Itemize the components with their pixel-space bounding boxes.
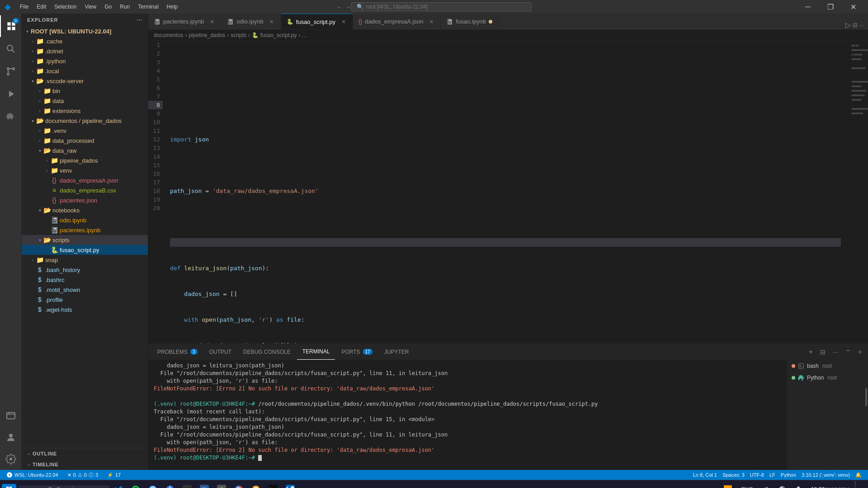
search-bar[interactable]: 🔍 <box>351 2 532 11</box>
show-desktop-button[interactable] <box>855 480 863 488</box>
tree-item-vscode-server[interactable]: ▾ 📂 .vscode-server <box>22 76 148 86</box>
activity-accounts[interactable] <box>0 427 22 448</box>
tree-item-odio-ipynb[interactable]: 📓 odio.ipynb <box>22 215 148 225</box>
activity-search[interactable] <box>0 38 22 60</box>
tree-item-profile[interactable]: $ .profile <box>22 295 148 305</box>
tree-item-data-raw[interactable]: ▾ 📂 data_raw <box>22 145 148 155</box>
panel-tab-problems[interactable]: PROBLEMS 3 <box>152 344 203 360</box>
tree-item-pacientes-json[interactable]: {} pacientes.json <box>22 195 148 205</box>
timeline-header[interactable]: › TIMELINE <box>22 459 148 470</box>
nav-forward-button[interactable]: → <box>345 4 351 10</box>
taskbar-browser1[interactable] <box>162 483 178 488</box>
encoding-status[interactable]: UTF-8 <box>747 470 767 480</box>
breadcrumb-symbol[interactable]: ... <box>302 32 307 38</box>
tab-odio[interactable]: 📓 odio.ipynb × <box>222 14 281 29</box>
systray-speaker[interactable] <box>759 484 773 488</box>
tree-item-cache[interactable]: › 📁 .cache <box>22 36 148 46</box>
taskbar-terminal[interactable] <box>265 483 281 488</box>
taskbar-chrome[interactable] <box>231 483 247 488</box>
search-input[interactable] <box>366 4 520 10</box>
activity-run-debug[interactable] <box>0 83 22 105</box>
systray-network[interactable] <box>775 484 789 488</box>
breadcrumb-filename[interactable]: fusao_script.py <box>260 32 297 38</box>
panel-tab-output[interactable]: OUTPUT <box>204 344 237 360</box>
menu-run[interactable]: Run <box>116 3 133 11</box>
activity-explorer[interactable]: 3 <box>0 15 22 37</box>
tab-close-dados[interactable]: × <box>428 18 435 25</box>
restore-button[interactable]: ❐ <box>820 0 841 14</box>
taskbar-vscode-taskbar[interactable] <box>282 483 298 488</box>
maximize-panel-button[interactable]: ⌃ <box>843 347 854 357</box>
terminal-instance-bash[interactable]: bash root <box>787 360 868 372</box>
sidebar-more-actions[interactable]: ··· <box>137 17 142 23</box>
activity-remote-explorer[interactable] <box>0 405 22 427</box>
panel-tab-debug[interactable]: DEBUG CONSOLE <box>238 344 296 360</box>
tree-item-motd-shown[interactable]: $ .motd_shown <box>22 285 148 295</box>
menu-view[interactable]: View <box>81 3 100 11</box>
taskbar-chrome-canary[interactable] <box>248 483 264 488</box>
menu-file[interactable]: File <box>16 3 32 11</box>
tree-item-wget-hsts[interactable]: $ .wget-hsts <box>22 305 148 314</box>
taskbar-word[interactable]: W <box>196 483 212 488</box>
liveshare-status[interactable]: ⚡ 17 <box>104 470 123 480</box>
breadcrumb-scripts[interactable]: scripts <box>231 32 246 38</box>
tab-close-fusao[interactable]: × <box>340 18 347 25</box>
split-editor-button[interactable]: ⊟ <box>853 22 858 28</box>
activity-settings[interactable] <box>0 448 22 470</box>
menu-go[interactable]: Go <box>101 3 115 11</box>
tree-root[interactable]: ▾ ROOT [WSL: UBUNTU-22.04] <box>22 26 148 36</box>
terminal-content[interactable]: dados_json = leitura_json(path_json) Fil… <box>148 360 787 470</box>
tree-item-pacientes-ipynb[interactable]: 📓 pacientes.ipynb <box>22 225 148 235</box>
tree-item-snap[interactable]: › 📁 snap <box>22 255 148 265</box>
menu-help[interactable]: Help <box>163 3 182 11</box>
activity-source-control[interactable] <box>0 61 22 82</box>
split-terminal-button[interactable]: ⊟ <box>817 347 828 357</box>
code-content[interactable]: import json path_json = 'data_raw/dados_… <box>166 41 841 343</box>
tab-dados-empresa-a[interactable]: {} dados_empresaA.json × <box>353 14 441 29</box>
tree-item-bin[interactable]: › 📁 bin <box>22 86 148 96</box>
tree-item-scripts[interactable]: ▾ 📂 scripts <box>22 235 148 245</box>
taskbar-steam[interactable] <box>145 483 161 488</box>
systray-item1[interactable]: 🔼 <box>720 483 736 488</box>
panel-tab-ports[interactable]: PORTS 17 <box>336 344 377 360</box>
tree-item-dados-empresa-a[interactable]: {} dados_empresaA.json <box>22 175 148 185</box>
start-button[interactable] <box>2 484 16 488</box>
tree-item-data-processed[interactable]: › 📁 data_processed <box>22 136 148 145</box>
tree-item-pipeine-dados[interactable]: › 📁 pipeine_dados <box>22 155 148 165</box>
panel-tab-jupyter[interactable]: JUPYTER <box>379 344 415 360</box>
more-actions-button[interactable]: ··· <box>859 22 864 28</box>
spaces-status[interactable]: Spaces: 3 <box>720 470 747 480</box>
python-version-status[interactable]: 3.10.12 ('.venv': venv) <box>799 470 853 480</box>
taskbar-vscode[interactable] <box>110 483 127 488</box>
tree-item-bashrc[interactable]: $ .bashrc <box>22 275 148 285</box>
activity-extensions[interactable] <box>0 106 22 127</box>
tab-close-pacientes[interactable]: × <box>208 18 216 25</box>
taskbar-search[interactable]: Pesquisar <box>19 485 109 488</box>
outline-header[interactable]: › OUTLINE <box>22 448 148 459</box>
tree-item-dados-empresa-b[interactable]: ≡ dados_empresaB.csv <box>22 185 148 195</box>
terminal-instance-python[interactable]: Python root <box>787 372 868 384</box>
tree-item-data[interactable]: › 📁 data <box>22 96 148 106</box>
tree-item-notebooks[interactable]: ▾ 📂 notebooks <box>22 205 148 215</box>
systray-keyboard[interactable]: ENG <box>738 484 757 488</box>
panel-tab-terminal[interactable]: TERMINAL <box>297 344 335 360</box>
position-status[interactable]: Ln 8, Col 1 <box>690 470 720 480</box>
systray-clock[interactable]: 18:20 01/10/2024 <box>807 484 853 488</box>
language-status[interactable]: Python <box>778 470 799 480</box>
breadcrumb-documentos[interactable]: documentos <box>154 32 183 38</box>
taskbar-epic[interactable]: E <box>179 483 195 488</box>
terminal-more-actions[interactable]: ··· <box>830 347 841 357</box>
taskbar-spotify[interactable] <box>127 483 144 488</box>
tab-fusao-ipynb[interactable]: 📓 fusao.ipynb <box>441 14 498 29</box>
tree-item-fusao-script[interactable]: 🐍 fusao_script.py <box>22 245 148 255</box>
close-panel-button[interactable]: × <box>855 347 864 357</box>
tab-pacientes[interactable]: 📓 pacientes.ipynb × <box>148 14 222 29</box>
nav-back-button[interactable]: ← <box>336 4 342 10</box>
tree-item-extensions[interactable]: › 📁 extensions <box>22 106 148 116</box>
tree-item-bash-history[interactable]: $ .bash_history <box>22 265 148 275</box>
run-file-button[interactable]: ▷ <box>845 21 851 29</box>
line-ending-status[interactable]: LF <box>767 470 778 480</box>
breadcrumb-pipeline[interactable]: pipeline_dados <box>189 32 225 38</box>
taskbar-app8[interactable] <box>213 483 230 488</box>
minimize-button[interactable]: ─ <box>797 0 818 14</box>
